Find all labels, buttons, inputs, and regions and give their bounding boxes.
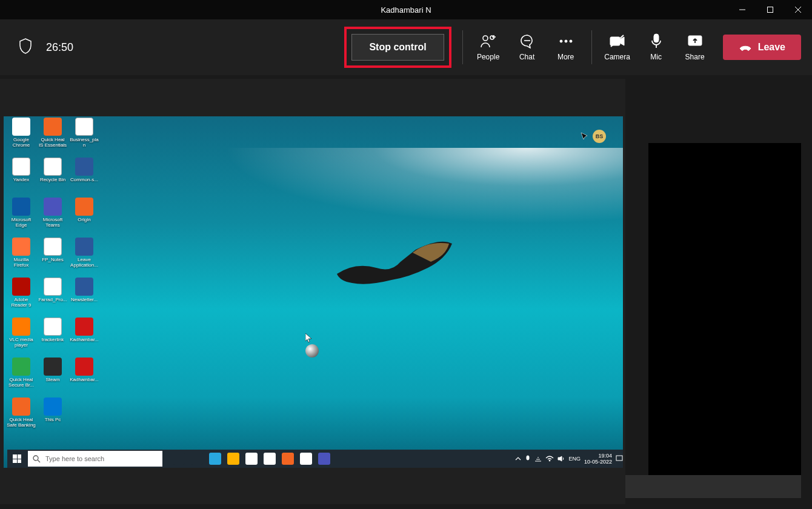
taskbar-app-teams[interactable] [315,450,333,468]
tray-icons[interactable] [515,455,565,462]
close-button[interactable] [784,0,812,19]
stop-control-button[interactable]: Stop control [351,34,444,61]
desktop-icon-quick-heal-safe-banking[interactable]: Quick Heal Safe Banking [6,398,36,437]
adobe-reader-9-icon [12,278,30,296]
svg-point-20 [549,460,550,461]
taskbar-app-settings[interactable] [279,450,297,468]
title-bar: Kadhambari N [0,0,812,19]
desktop-icon-mozilla-firefox[interactable]: Mozilla Firefox [6,238,36,278]
mic-tray-icon [525,455,531,462]
maximize-button[interactable] [756,0,784,19]
window-title: Kadhambari N [381,5,431,15]
svg-rect-21 [616,456,622,461]
desktop-icon-label: Origin [78,217,90,222]
desktop-icon-microsoft-teams[interactable]: Microsoft Teams [38,198,68,238]
business-plan-icon [75,118,93,136]
leave-application-icon [75,238,93,256]
desktop-icon-label: FP_Notes [42,257,64,262]
leave-button[interactable]: Leave [723,35,801,60]
svg-rect-14 [654,34,659,42]
desktop-icon-label: Farrad_Pro... [38,297,67,302]
toolbar-left: 26:50 [18,38,73,57]
chrome-icon [300,453,312,465]
task-view-icon [191,453,203,465]
wifi-icon [545,456,554,462]
volume-icon [557,456,565,462]
desktop-icon-common-s[interactable]: Common-s... [69,158,99,198]
share-button[interactable]: Share [676,28,714,66]
desktop-icon-newsletter[interactable]: Newsletter... [69,278,99,318]
svg-point-11 [570,40,572,42]
desktop-icon-yandex[interactable]: Yandex [6,158,36,198]
main-area: BS Google ChromeQuick Heal IS Essentials… [0,75,812,509]
taskbar-app-file-explorer[interactable] [224,450,242,468]
desktop-icon-trackerlink[interactable]: trackerlink [38,318,68,358]
call-timer: 26:50 [46,41,73,54]
desktop-icon-label: Newsletter... [71,297,98,302]
quick-heal-is-essentials-icon [44,118,62,136]
desktop-icon-business-plan[interactable]: Business_plan [69,118,99,158]
people-button[interactable]: People [469,28,508,66]
quick-heal-secure-br-icon [12,358,30,376]
chat-button[interactable]: Chat [508,28,547,66]
chat-label: Chat [519,53,534,61]
taskbar-app-cortana[interactable] [170,450,188,468]
call-toolbar: 26:50 Stop control People Chat More [0,19,812,75]
taskbar-app-chrome[interactable] [297,450,315,468]
taskbar-app-mail[interactable] [261,450,279,468]
desktop-icon-this-pc[interactable]: This Pc [38,398,68,437]
mozilla-firefox-icon [12,238,30,256]
taskbar-tray: ENG 19:04 10-05-2022 [515,453,623,465]
desktop-icon-microsoft-edge[interactable]: Microsoft Edge [6,198,36,238]
stop-control-highlight: Stop control [344,27,451,68]
share-icon [687,33,703,49]
desktop-icon-quick-heal-secure-br[interactable]: Quick Heal Secure Br... [6,358,36,398]
window-controls [728,0,812,19]
more-button[interactable]: More [547,28,585,66]
desktop-icon-origin[interactable]: Origin [69,198,99,238]
trackerlink-icon [44,318,62,336]
quick-heal-safe-banking-icon [12,398,30,416]
desktop-icon-fp-notes[interactable]: FP_Notes [38,238,68,278]
desktop-icon-adobe-reader-9[interactable]: Adobe Reader 9 [6,278,36,318]
desktop-icon-quick-heal-is-essentials[interactable]: Quick Heal IS Essentials [38,118,68,158]
settings-icon [282,453,294,465]
farrad-pro-icon [44,278,62,296]
taskbar-app-edge[interactable] [206,450,224,468]
desktop-icon-label: Kadhambar... [70,337,99,342]
action-center-icon[interactable] [616,455,623,462]
desktop-icon-leave-application[interactable]: Leave Application... [69,238,99,278]
search-placeholder: Type here to search [45,455,104,462]
desktop-icon-steam[interactable]: Steam [38,358,68,398]
this-pc-icon [44,398,62,416]
desktop-icon-vlc-media-player[interactable]: VLC media player [6,318,36,358]
desktop-icon-label: Yandex [13,177,30,182]
share-label: Share [685,53,705,61]
taskbar-app-store[interactable] [242,450,261,468]
side-panel-footer [625,475,801,498]
taskbar-search[interactable]: Type here to search [28,451,162,467]
mic-label: Mic [650,53,662,61]
desktop-icon-label: Recycle Bin [40,177,65,182]
mic-button[interactable]: Mic [637,28,676,66]
svg-rect-12 [610,37,620,45]
svg-point-4 [483,36,488,41]
tray-language[interactable]: ENG [568,456,581,462]
tray-clock[interactable]: 19:04 10-05-2022 [584,453,612,465]
desktop-icon-google-chrome[interactable]: Google Chrome [6,118,36,158]
minimize-button[interactable] [728,0,756,19]
desktop-icon-kadhambar-pdf-2[interactable]: Kadhambar... [69,358,99,398]
start-button[interactable] [7,450,27,468]
camera-button[interactable]: Camera [598,28,637,66]
desktop-icon-kadhambar-pdf-1[interactable]: Kadhambar... [69,318,99,358]
desktop-icon-farrad-pro[interactable]: Farrad_Pro... [38,278,68,318]
wallpaper-diver [319,225,464,310]
taskbar-app-task-view[interactable] [188,450,206,468]
cursor-icon [581,132,589,141]
wallpaper-bubble [305,344,319,358]
self-video-panel[interactable] [648,143,801,487]
desktop-icon-recycle-bin[interactable]: Recycle Bin [38,158,68,198]
remote-desktop[interactable]: BS Google ChromeQuick Heal IS Essentials… [4,116,623,468]
desktop-icon-label: This Pc [45,417,61,422]
leave-label: Leave [758,42,785,53]
